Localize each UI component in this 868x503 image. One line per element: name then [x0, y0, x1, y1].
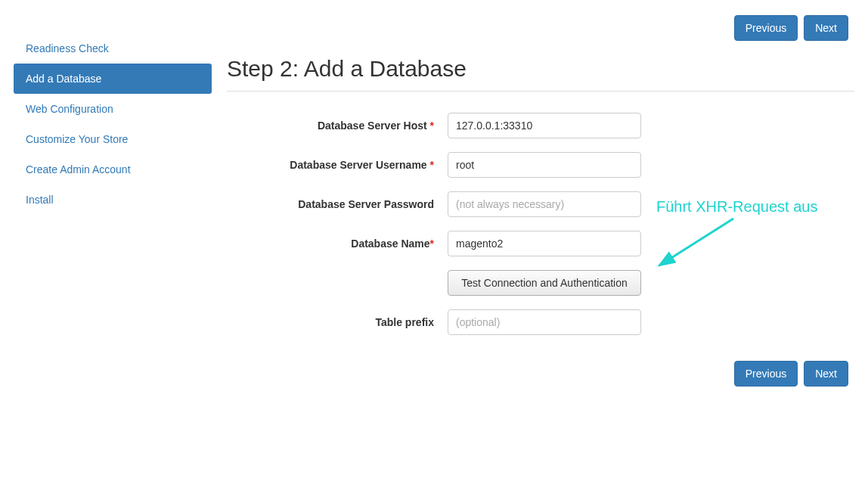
- bottom-button-bar: Previous Next: [227, 361, 854, 387]
- password-label: Database Server Password: [227, 198, 448, 210]
- dbname-label: Database Name*: [227, 238, 448, 250]
- sidebar-item-customize-store[interactable]: Customize Your Store: [14, 124, 212, 154]
- sidebar-item-label: Customize Your Store: [26, 133, 128, 145]
- previous-button-bottom[interactable]: Previous: [734, 361, 798, 387]
- database-host-input[interactable]: [448, 113, 641, 138]
- divider: [227, 91, 854, 92]
- main-content: Previous Next Step 2: Add a Database Dat…: [227, 15, 854, 387]
- next-button[interactable]: Next: [804, 15, 848, 41]
- sidebar-item-label: Readiness Check: [26, 42, 109, 54]
- database-name-input[interactable]: [448, 231, 641, 256]
- sidebar-item-create-admin[interactable]: Create Admin Account: [14, 154, 212, 185]
- sidebar-item-add-database[interactable]: Add a Database: [14, 64, 212, 94]
- top-button-bar: Previous Next: [227, 15, 854, 41]
- sidebar-item-install[interactable]: Install: [14, 185, 212, 215]
- sidebar-item-label: Install: [26, 194, 54, 206]
- prefix-label: Table prefix: [227, 316, 448, 328]
- database-form: Database Server Host * Database Server U…: [227, 113, 854, 335]
- sidebar-item-label: Create Admin Account: [26, 163, 131, 175]
- sidebar-item-label: Add a Database: [26, 73, 101, 85]
- page-title: Step 2: Add a Database: [227, 56, 854, 82]
- previous-button[interactable]: Previous: [734, 15, 798, 41]
- sidebar-item-web-configuration[interactable]: Web Configuration: [14, 94, 212, 124]
- sidebar-item-label: Web Configuration: [26, 103, 113, 115]
- test-connection-button[interactable]: Test Connection and Authentication: [448, 270, 641, 296]
- sidebar-item-readiness-check[interactable]: Readiness Check: [14, 33, 212, 64]
- host-label: Database Server Host *: [227, 120, 448, 132]
- sidebar: Readiness Check Add a Database Web Confi…: [14, 15, 212, 387]
- database-password-input[interactable]: [448, 191, 641, 217]
- username-label: Database Server Username *: [227, 159, 448, 171]
- database-username-input[interactable]: [448, 152, 641, 178]
- next-button-bottom[interactable]: Next: [804, 361, 848, 387]
- table-prefix-input[interactable]: [448, 309, 641, 335]
- annotation-text: Führt XHR-Request aus: [656, 198, 817, 216]
